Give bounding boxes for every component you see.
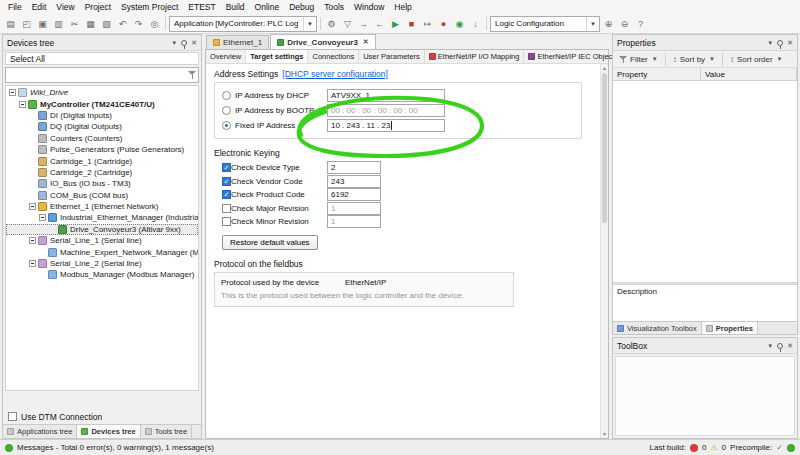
tree-item-cartridge-2[interactable]: Cartridge_2 (Cartridge): [6, 167, 198, 178]
save-icon[interactable]: ▣: [35, 16, 50, 31]
logic-configuration-selector[interactable]: Logic Configuration▼: [490, 16, 600, 32]
tree-item-mycontroller[interactable]: MyController (TM241CE40T/U): [6, 98, 198, 109]
ip-address-by-bootp-field[interactable]: 00 : 00 : 00 : 00 : 00 : 00: [327, 104, 445, 117]
expander-minus-icon[interactable]: [29, 237, 36, 244]
tree-item-com-bus[interactable]: COM_Bus (COM bus): [6, 190, 198, 201]
menu-system-project[interactable]: System Project: [116, 0, 183, 14]
run-icon[interactable]: ▶: [388, 16, 403, 31]
menu-file[interactable]: File: [3, 0, 27, 14]
radio-ip-address-by-dhcp[interactable]: [222, 91, 231, 100]
menu-edit[interactable]: Edit: [27, 0, 52, 14]
document-tab-drive-convoyeur3[interactable]: Drive_Convoyeur3✕: [270, 34, 376, 49]
open-icon[interactable]: ◰: [19, 16, 34, 31]
tree-item-modbus-manager[interactable]: Modbus_Manager (Modbus Manager): [6, 269, 198, 280]
menu-online[interactable]: Online: [250, 0, 285, 14]
device-search-input[interactable]: [5, 67, 199, 83]
checkbox-check-device-type[interactable]: ✓: [222, 163, 231, 172]
tree-item-io-bus[interactable]: IO_Bus (IO bus - TM3): [6, 178, 198, 189]
step-icon[interactable]: ↦: [420, 16, 435, 31]
property-column-header[interactable]: Property: [613, 68, 701, 80]
tree-item-dq[interactable]: DQ (Digital Outputs): [6, 121, 198, 132]
tree-item-ethernet-1[interactable]: Ethernet_1 (Ethernet Network): [6, 201, 198, 212]
pin-icon[interactable]: [777, 343, 783, 349]
tree-item-cartridge-1[interactable]: Cartridge_1 (Cartridge): [6, 155, 198, 166]
sort-order-button[interactable]: ↕ Sort order▼: [727, 52, 786, 66]
copy-icon[interactable]: ▦: [83, 16, 98, 31]
filter-button[interactable]: Filter▼: [616, 52, 661, 66]
tree-item-pulse-generators[interactable]: Pulse_Generators (Pulse Generators): [6, 144, 198, 155]
dhcp-server-configuration-link[interactable]: [DHCP server configuration]: [282, 69, 388, 79]
menu-project[interactable]: Project: [80, 0, 116, 14]
scroll-up-icon[interactable]: ▲: [601, 64, 608, 72]
tab-devices-tree[interactable]: Devices tree: [77, 425, 140, 438]
tab-user-parameters[interactable]: User Parameters: [359, 50, 425, 63]
menu-window[interactable]: Window: [349, 0, 389, 14]
panel-menu-icon[interactable]: ▼: [767, 343, 773, 349]
tree-item-drive-convoyeur3[interactable]: Drive_Convoyeur3 (Altivar 9xx): [6, 224, 198, 235]
tree-item-industrial-ethernet-manager[interactable]: Industrial_Ethernet_Manager (Industrial …: [6, 212, 198, 223]
scrollbar-thumb[interactable]: [602, 73, 607, 223]
application-selector[interactable]: Application [MyController: PLC Logic]▼: [169, 16, 317, 32]
menu-etest[interactable]: ETEST: [183, 0, 220, 14]
generate-icon[interactable]: ▽: [340, 16, 355, 31]
check-major-revision-field[interactable]: 1: [327, 202, 381, 215]
find-icon[interactable]: ◎: [147, 16, 162, 31]
download-icon[interactable]: ↓: [468, 16, 483, 31]
close-tab-icon[interactable]: ✕: [363, 38, 369, 46]
checkbox-check-product-code[interactable]: ✓: [222, 190, 231, 199]
toolbox-body[interactable]: [615, 356, 795, 436]
check-device-type-field[interactable]: 2: [327, 161, 381, 174]
scroll-down-icon[interactable]: ▼: [601, 430, 608, 438]
check-vendor-code-field[interactable]: 243: [327, 175, 381, 188]
menu-help[interactable]: Help: [389, 0, 416, 14]
print-icon[interactable]: ▥: [51, 16, 66, 31]
tree-item-machine-expert-network-manager[interactable]: Machine_Expert_Network_Manager (Machine …: [6, 246, 198, 257]
redo-icon[interactable]: ↷: [131, 16, 146, 31]
expander-minus-icon[interactable]: [19, 101, 26, 108]
editor-scrollbar[interactable]: ▲ ▼: [600, 64, 608, 438]
expander-minus-icon[interactable]: [29, 203, 36, 210]
checkbox-check-minor-revision[interactable]: [222, 217, 231, 226]
pin-icon[interactable]: [777, 40, 783, 46]
tree-item-di[interactable]: DI (Digital Inputs): [6, 110, 198, 121]
expander-minus-icon[interactable]: [9, 89, 16, 96]
document-tab-ethernet-1[interactable]: Ethernet_1: [206, 35, 269, 49]
new-file-icon[interactable]: ▤: [3, 16, 18, 31]
expander-minus-icon[interactable]: [39, 214, 46, 221]
close-icon[interactable]: ✕: [787, 39, 793, 47]
value-column-header[interactable]: Value: [701, 68, 797, 80]
online-config-icon[interactable]: ◉: [452, 16, 467, 31]
check-product-code-field[interactable]: 6192: [327, 188, 381, 201]
radio-ip-address-by-bootp[interactable]: [222, 106, 231, 115]
stop-icon[interactable]: ■: [404, 16, 419, 31]
tab-ethernet-ip-iec-objects[interactable]: EtherNet/IP IEC Objects: [524, 50, 623, 63]
zoom-in-icon[interactable]: ⊕: [601, 16, 616, 31]
tab-ethernet-ip-i-o-mapping[interactable]: EtherNet/IP I/O Mapping: [425, 50, 525, 63]
tab-visualization-toolbox[interactable]: Visualization Toolbox: [613, 322, 702, 334]
tab-overview[interactable]: Overview: [206, 50, 246, 63]
tab-connections[interactable]: Connections: [308, 50, 359, 63]
radio-fixed-ip-address[interactable]: [222, 121, 231, 130]
ip-address-by-dhcp-field[interactable]: ATV9XX_1: [327, 89, 445, 102]
filter-icon[interactable]: [188, 71, 196, 80]
tree-item-counters[interactable]: Counters (Counters): [6, 133, 198, 144]
checkbox-check-vendor-code[interactable]: ✓: [222, 177, 231, 186]
select-all-dropdown[interactable]: Select All: [5, 52, 199, 65]
restore-default-values-button[interactable]: Restore default values: [222, 235, 318, 250]
fixed-ip-address-field[interactable]: 10 . 243 . 11 . 23: [327, 119, 445, 132]
check-minor-revision-field[interactable]: 1: [327, 215, 381, 228]
menu-view[interactable]: View: [51, 0, 79, 14]
cut-icon[interactable]: ✂: [67, 16, 82, 31]
build-icon[interactable]: ⚙: [324, 16, 339, 31]
tab-target-settings[interactable]: Target settings: [246, 50, 308, 63]
tree-item-serial-line-1[interactable]: Serial_Line_1 (Serial line): [6, 235, 198, 246]
tab-applications-tree[interactable]: Applications tree: [3, 425, 77, 438]
undo-icon[interactable]: ↶: [115, 16, 130, 31]
panel-menu-icon[interactable]: ▼: [171, 40, 177, 46]
close-icon[interactable]: ✕: [191, 39, 197, 47]
menu-debug[interactable]: Debug: [284, 0, 319, 14]
login-icon[interactable]: →: [356, 16, 371, 31]
messages-summary[interactable]: Messages - Total 0 error(s), 0 warning(s…: [17, 443, 214, 452]
tree-item-serial-line-2[interactable]: Serial_Line_2 (Serial line): [6, 258, 198, 269]
paste-icon[interactable]: ▧: [99, 16, 114, 31]
